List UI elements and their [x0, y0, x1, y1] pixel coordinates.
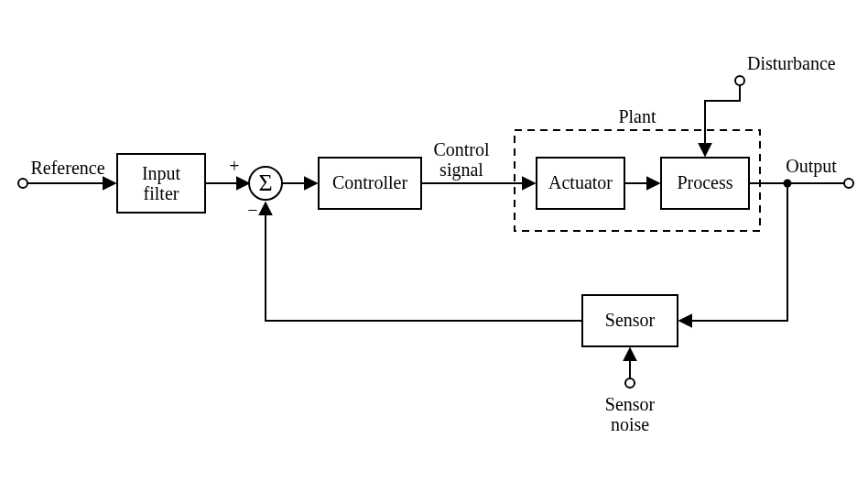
reference-label: Reference [30, 158, 104, 178]
input-filter-label-1: Input [142, 163, 181, 184]
output-port [844, 179, 853, 188]
sum-minus-sign: − [247, 200, 257, 220]
controller-label: Controller [332, 172, 408, 192]
sensor-noise-port [625, 378, 635, 388]
sensor-label: Sensor [605, 310, 656, 330]
control-signal-label-1: Control [433, 139, 490, 159]
output-label: Output [786, 156, 837, 177]
sensor-noise-label-2: noise [611, 414, 649, 434]
plant-label: Plant [618, 106, 656, 126]
input-filter-label-2: filter [144, 183, 179, 203]
sum-plus-sign: + [229, 156, 239, 176]
wire-sensor-to-sum [266, 203, 582, 321]
sum-sigma: Σ [258, 170, 272, 196]
disturbance-label: Disturbance [747, 53, 836, 73]
actuator-label: Actuator [548, 172, 613, 192]
process-label: Process [677, 172, 732, 192]
control-signal-label-2: signal [439, 159, 483, 181]
wire-disturbance-to-process [705, 85, 740, 156]
disturbance-port [735, 76, 744, 85]
reference-port [18, 179, 27, 188]
sensor-noise-label-1: Sensor [605, 394, 656, 414]
